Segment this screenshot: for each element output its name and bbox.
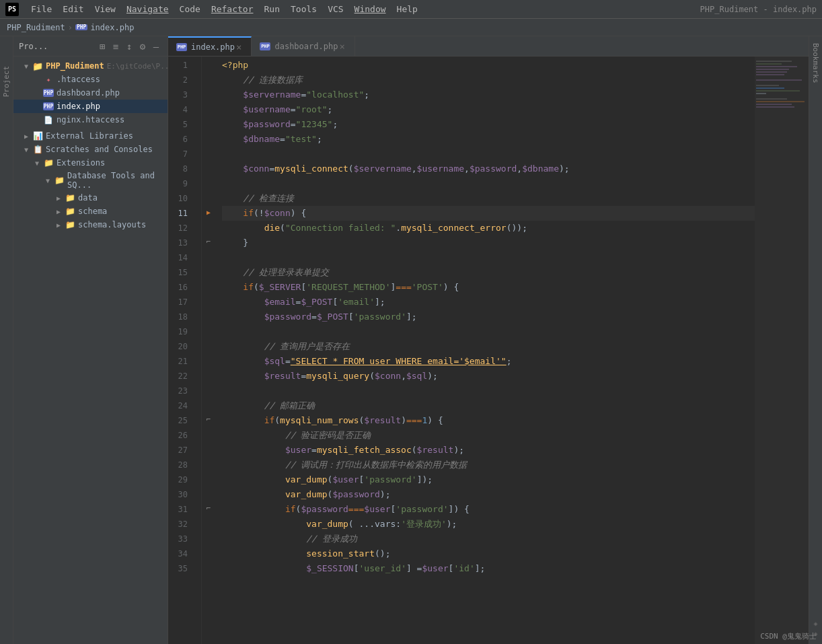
- panel-icon-list[interactable]: ≡: [110, 40, 122, 52]
- tree-arrow-root: ▼: [24, 63, 32, 70]
- tree-item-data[interactable]: ▶ 📁 data: [13, 191, 167, 205]
- menu-file[interactable]: File: [26, 3, 57, 15]
- code-line-28: // 调试用：打印出从数据库中检索的用户数据: [222, 458, 755, 472]
- line-num-20: 20: [168, 339, 194, 354]
- line-num-2: 2: [168, 73, 194, 87]
- code-line-18: $password = $_POST['password'];: [222, 310, 755, 324]
- gutter-13: ⌐: [202, 234, 215, 249]
- code-content[interactable]: <?php // 连接数据库 $servername = "localhost"…: [215, 57, 755, 644]
- tree-item-nginx[interactable]: 📄 nginx.htaccess: [13, 113, 167, 127]
- menu-tools[interactable]: Tools: [285, 3, 322, 15]
- bookmarks-label[interactable]: Bookmarks: [811, 43, 820, 83]
- line-num-16: 16: [168, 280, 194, 295]
- tab-bar: PHP index.php × PHP dashboard.php ×: [168, 36, 809, 57]
- editor-area: PHP index.php × PHP dashboard.php × 1 2 …: [168, 36, 809, 644]
- gutter-24: [202, 397, 215, 412]
- line-num-26: 26: [168, 428, 194, 443]
- tree-root[interactable]: ▼ 📁 PHP_Rudiment E:\gitCode\P...: [13, 59, 167, 73]
- code-line-10: // 检查连接: [222, 191, 755, 206]
- panel-icon-minimize[interactable]: –: [150, 40, 162, 52]
- menu-navigate[interactable]: Navigate: [121, 3, 174, 15]
- tab-index-php[interactable]: PHP index.php ×: [168, 36, 252, 56]
- gutter-30: [202, 486, 215, 501]
- tree-item-external[interactable]: ▶ 📊 External Libraries: [13, 129, 167, 143]
- panel-icon-settings[interactable]: ⚙: [137, 40, 149, 52]
- schema-layouts-icon: 📁: [65, 219, 75, 230]
- gutter-9: [202, 175, 215, 190]
- gutter-35: [202, 560, 215, 575]
- code-line-3: $servername = "localhost";: [222, 87, 755, 102]
- tree-label-data: data: [78, 193, 98, 203]
- watermark: CSDN @鬼鬼骑士: [755, 629, 822, 644]
- menu-edit[interactable]: Edit: [57, 3, 89, 15]
- folder-icon-root: 📁: [32, 61, 43, 71]
- tab-icon-dashboard: PHP: [260, 42, 270, 50]
- app-logo: PS: [5, 3, 19, 16]
- menu-run[interactable]: Run: [259, 3, 285, 15]
- minimap[interactable]: [755, 57, 809, 644]
- code-line-30: var_dump($password);: [222, 487, 755, 502]
- php-open-tag: <?php: [222, 58, 248, 73]
- panel-label: Pro...: [19, 42, 48, 51]
- code-line-22: $result = mysqli_query($conn, $sql);: [222, 369, 755, 384]
- menu-view[interactable]: View: [89, 3, 121, 15]
- code-line-17: $email = $_POST['email'];: [222, 295, 755, 310]
- tree-label-db-tools: Database Tools and SQ...: [67, 171, 167, 190]
- menu-help[interactable]: Help: [391, 3, 423, 15]
- tree-item-scratches[interactable]: ▼ 📋 Scratches and Consoles: [13, 143, 167, 156]
- code-line-33: // 登录成功: [222, 532, 755, 546]
- menu-refactor[interactable]: Refactor: [206, 3, 259, 15]
- tree-item-extensions[interactable]: ▼ 📁 Extensions: [13, 156, 167, 170]
- tree-item-schema[interactable]: ▶ 📁 schema: [13, 205, 167, 218]
- tab-label-index: index.php: [191, 42, 235, 52]
- code-line-2: // 连接数据库: [222, 73, 755, 87]
- tree-arrow-extensions: ▼: [35, 159, 43, 167]
- line-num-33: 33: [168, 532, 194, 546]
- tab-dashboard-php[interactable]: PHP dashboard.php ×: [252, 36, 354, 56]
- left-strip: Project: [0, 36, 13, 644]
- menu-window[interactable]: Window: [349, 3, 391, 15]
- gutter-29: [202, 471, 215, 486]
- code-line-19: [222, 324, 755, 339]
- line-num-9: 9: [168, 176, 194, 191]
- project-label[interactable]: Project: [2, 66, 11, 97]
- code-line-27: $user = mysqli_fetch_assoc($result);: [222, 443, 755, 458]
- tree-item-schema-layouts[interactable]: ▶ 📁 schema.layouts: [13, 218, 167, 231]
- code-line-4: $username = "root";: [222, 102, 755, 117]
- file-tree: ▼ 📁 PHP_Rudiment E:\gitCode\P... ✦ .htac…: [13, 57, 167, 644]
- panel-icon-sort[interactable]: ↕: [123, 40, 135, 52]
- line-num-30: 30: [168, 487, 194, 502]
- code-line-7: [222, 147, 755, 162]
- nginx-icon: 📄: [43, 114, 54, 125]
- tree-arrow-scratches: ▼: [24, 146, 32, 153]
- code-line-8: $conn = mysqli_connect($servername, $use…: [222, 162, 755, 176]
- code-line-32: var_dump( ...vars: '登录成功' );: [222, 517, 755, 532]
- code-editor[interactable]: 1 2 3 4 5 6 7 8 9 10 11 12 13 14 15 16 1…: [168, 57, 809, 644]
- panel-icon-layout[interactable]: ⊞: [96, 40, 108, 52]
- right-icon-1[interactable]: ◈: [813, 620, 817, 627]
- code-line-5: $password = "12345";: [222, 117, 755, 132]
- line-num-22: 22: [168, 369, 194, 384]
- code-line-31: if ($password === $user['password']) {: [222, 502, 755, 517]
- tree-label-external: External Libraries: [46, 131, 133, 141]
- menu-vcs[interactable]: VCS: [322, 3, 348, 15]
- gutter-11: ▶: [202, 205, 215, 219]
- menu-code[interactable]: Code: [174, 3, 206, 15]
- line-num-19: 19: [168, 324, 194, 339]
- gutter-12: [202, 219, 215, 234]
- breadcrumb-project[interactable]: PHP_Rudiment: [7, 23, 65, 32]
- tree-item-dashboard[interactable]: PHP dashboard.php: [13, 86, 167, 100]
- tree-item-htaccess[interactable]: ✦ .htaccess: [13, 73, 167, 86]
- tree-item-db-tools[interactable]: ▼ 📁 Database Tools and SQ...: [13, 170, 167, 191]
- tree-label-dashboard: dashboard.php: [57, 88, 120, 98]
- breadcrumb-file[interactable]: index.php: [90, 23, 134, 32]
- tab-close-index[interactable]: ×: [235, 42, 243, 52]
- code-line-35: $_SESSION['user_id'] = $user['id'];: [222, 561, 755, 576]
- gutter-1: [202, 57, 215, 71]
- gutter: ▶ ⌐ ⌐ ⌐: [202, 57, 215, 644]
- tab-close-dashboard[interactable]: ×: [338, 41, 346, 52]
- line-num-18: 18: [168, 310, 194, 324]
- tree-item-index[interactable]: PHP index.php: [13, 100, 167, 113]
- gutter-32: [202, 515, 215, 530]
- gutter-2: [202, 71, 215, 86]
